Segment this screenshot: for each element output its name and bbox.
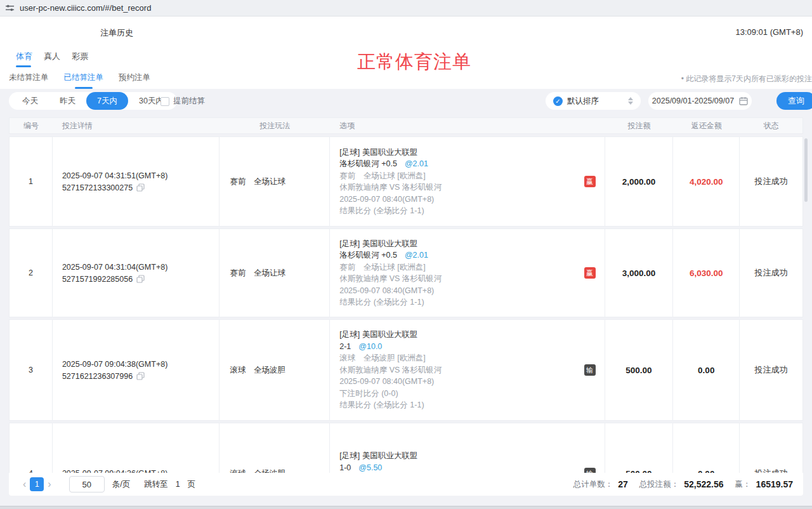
next-page-icon[interactable]: ›: [44, 479, 55, 490]
tune-icon[interactable]: [5, 3, 15, 13]
odds-value: @5.50: [358, 463, 382, 472]
league-line: [足球] 美国职业大联盟: [339, 147, 604, 159]
result-badge: 赢: [584, 267, 596, 279]
sort-dropdown[interactable]: ✓ 默认排序: [546, 92, 641, 110]
row-number: 4: [10, 423, 53, 473]
bet-detail-cell: 2025-09-07 04:31:04(GMT+8) 5271571992285…: [53, 229, 220, 317]
table-row: 4 2025-09-07 09:04:36(GMT+8) 滚球 全场波胆 [足球…: [9, 423, 803, 473]
calendar-icon: [739, 96, 748, 105]
row-number: 2: [10, 229, 53, 317]
row-number: 1: [10, 137, 53, 226]
subtab-reserved[interactable]: 预约注单: [119, 72, 150, 89]
bet-status: 投注成功: [740, 229, 802, 317]
selection-line: 2025-09-07 08:40(GMT+8): [339, 285, 604, 297]
league-line: [足球] 美国职业大联盟: [339, 329, 604, 341]
tab-live[interactable]: 真人: [44, 51, 60, 67]
server-time: 13:09:01 (GMT+8): [735, 27, 803, 37]
total-stake-value: 52,522.56: [684, 479, 723, 489]
search-button[interactable]: 查询: [776, 92, 812, 110]
selection-line: 2025-09-07 08:40(GMT+8): [339, 194, 604, 206]
play-type: 赛前 全场让球: [219, 229, 330, 317]
selection-cell: [足球] 美国职业大联盟 2-1@10.0 滚球 全场波胆 [欧洲盘] 休斯敦迪…: [330, 320, 605, 420]
selection-cell: [足球] 美国职业大联盟 洛杉矶银河 +0.5@2.01 赛前 全场让球 [欧洲…: [330, 137, 605, 226]
total-win-value: 16519.57: [756, 479, 793, 489]
col-status: 状态: [740, 121, 802, 131]
subtab-settled[interactable]: 已结算注单: [64, 72, 104, 89]
pill-7days[interactable]: 7天内: [86, 92, 128, 110]
page-unit-label: 页: [188, 479, 196, 490]
total-count-label: 总计单数：: [573, 479, 613, 490]
page-title: 注单历史: [100, 27, 133, 39]
jump-page-value[interactable]: 1: [176, 480, 180, 489]
bet-id: 5271571992285056: [62, 275, 133, 284]
check-circle-icon: ✓: [553, 96, 563, 106]
selection-line: 休斯敦迪纳摩 VS 洛杉矶银河: [339, 182, 604, 194]
tab-sports[interactable]: 体育: [16, 51, 32, 67]
bet-detail-cell: 2025-09-07 09:04:36(GMT+8): [53, 423, 220, 473]
table-row: 1 2025-09-07 04:31:51(GMT+8) 52715721333…: [9, 136, 803, 227]
table-footer: ‹ 1 › 条/页 跳转至 1 页 总计单数： 27 总投注额： 52,522.…: [9, 473, 803, 496]
subtab-unsettled[interactable]: 未结算注单: [9, 72, 49, 89]
result-badge: 输: [584, 364, 596, 376]
copy-icon[interactable]: [136, 372, 145, 380]
selection-line: 2025-09-07 08:40(GMT+8): [339, 376, 604, 388]
payout-amount: 0.00: [673, 423, 740, 473]
col-payout: 返还金额: [673, 121, 740, 131]
selection-line: 结果比分 (全场比分 1-1): [339, 205, 604, 217]
url-text[interactable]: user-pc-new.ciiicc.com/#/bet_record: [20, 3, 151, 13]
selection-line: 结果比分 (全场比分 1-1): [339, 296, 604, 308]
prev-page-icon[interactable]: ‹: [19, 479, 30, 490]
result-badge: 输: [584, 468, 596, 473]
date-range-value: 2025/09/01-2025/09/07: [652, 96, 734, 105]
table-row: 2 2025-09-07 04:31:04(GMT+8) 52715719922…: [9, 228, 803, 317]
selection-line: 休斯敦迪纳摩 VS 洛杉矶银河: [339, 273, 604, 285]
early-settle-checkbox[interactable]: [160, 97, 169, 106]
selection-cell: [足球] 美国职业大联盟 洛杉矶银河 +0.5@2.01 赛前 全场让球 [欧洲…: [330, 229, 605, 317]
play-type: 赛前 全场让球: [219, 137, 330, 226]
col-stake: 投注额: [605, 121, 674, 131]
result-badge: 赢: [584, 176, 596, 187]
scrollbar-thumb[interactable]: [804, 138, 808, 202]
filter-bar: 今天 昨天 7天内 30天内 提前结算 ✓ 默认排序 2025/09/01-20…: [0, 92, 812, 110]
page-header: 注单历史 13:09:01 (GMT+8) 体育 真人 彩票 正常体育注单 未结…: [0, 17, 812, 89]
table-body: 1 2025-09-07 04:31:51(GMT+8) 52715721333…: [0, 136, 812, 473]
category-tabs: 体育 真人 彩票: [16, 51, 88, 67]
bet-time: 2025-09-07 04:31:51(GMT+8): [62, 171, 219, 180]
row-number: 3: [10, 320, 53, 420]
per-page-label: 条/页: [112, 479, 130, 490]
table-row: 3 2025-09-07 09:04:38(GMT+8) 52716212363…: [9, 319, 803, 421]
table-header: 编号 投注详情 投注玩法 选项 投注额 返还金额 状态: [9, 117, 803, 134]
current-page-button[interactable]: 1: [30, 477, 44, 491]
total-count-value: 27: [618, 479, 628, 489]
payout-amount: 4,020.00: [673, 137, 740, 226]
stake-amount: 500.00: [605, 423, 674, 473]
status-subtabs: 未结算注单 已结算注单 预约注单: [9, 72, 150, 89]
pick-text: 洛杉矶银河 +0.5: [339, 159, 397, 168]
bet-status: 投注成功: [740, 320, 802, 420]
league-line: [足球] 美国职业大联盟: [339, 450, 604, 462]
pick-text: 2-1: [339, 342, 351, 351]
total-win-label: 赢：: [735, 479, 751, 490]
odds-value: @2.01: [405, 159, 428, 168]
pill-yesterday[interactable]: 昨天: [49, 92, 86, 110]
page-size-input[interactable]: [69, 476, 105, 492]
tab-lottery[interactable]: 彩票: [72, 51, 88, 67]
date-range-pills: 今天 昨天 7天内 30天内: [9, 92, 177, 110]
copy-icon[interactable]: [136, 183, 145, 192]
col-bet-detail: 投注详情: [53, 121, 220, 131]
selection-line: 滚球 全场波胆 [欧洲盘]: [339, 352, 604, 364]
bet-status: 投注成功: [740, 137, 802, 226]
bet-id: 5271621236307996: [62, 372, 133, 381]
browser-url-bar: user-pc-new.ciiicc.com/#/bet_record: [0, 0, 812, 17]
pill-today[interactable]: 今天: [11, 92, 49, 110]
odds-value: @2.01: [405, 251, 428, 260]
early-settle-label: 提前结算: [173, 96, 205, 107]
league-line: [足球] 美国职业大联盟: [339, 238, 604, 250]
odds-value: @10.0: [358, 342, 382, 351]
copy-icon[interactable]: [136, 275, 145, 283]
selection-line: 赛前 全场让球 [欧洲盘]: [339, 170, 604, 182]
payout-amount: 6,030.00: [673, 229, 740, 317]
totals-summary: 总计单数： 27 总投注额： 52,522.56 赢： 16519.57: [573, 479, 793, 490]
play-type: 滚球 全场波胆: [219, 423, 330, 473]
date-range-picker[interactable]: 2025/09/01-2025/09/07: [648, 92, 752, 110]
